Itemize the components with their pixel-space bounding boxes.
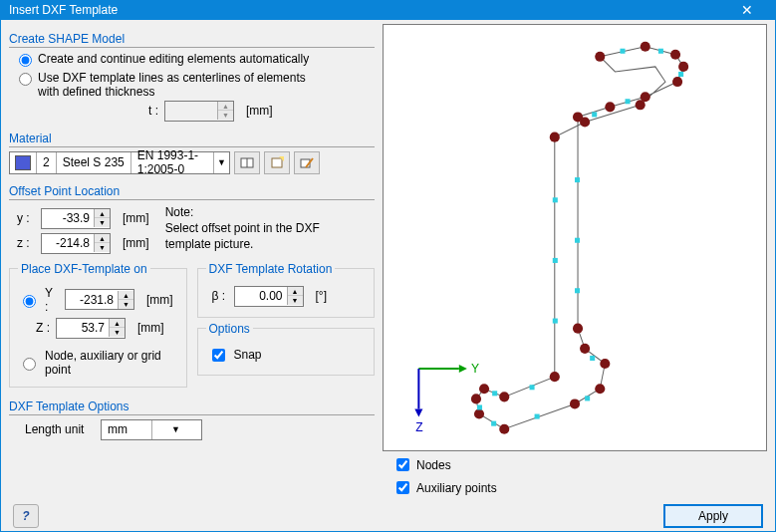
close-icon[interactable]: ✕: [727, 2, 767, 18]
shape-radio-auto-label: Create and continue editing elements aut…: [38, 52, 309, 66]
aux-points-label: Auxiliary points: [416, 481, 497, 495]
shape-radio-centerline[interactable]: [19, 73, 32, 86]
svg-point-24: [474, 408, 484, 418]
apply-button[interactable]: Apply: [663, 504, 763, 528]
svg-rect-49: [530, 385, 535, 390]
svg-rect-46: [491, 421, 496, 426]
svg-rect-34: [678, 72, 683, 77]
place-Y-spinner[interactable]: ▲▼: [65, 289, 134, 310]
snap-checkbox[interactable]: [212, 349, 225, 362]
svg-point-27: [499, 392, 509, 401]
svg-rect-42: [553, 318, 558, 323]
svg-point-14: [672, 77, 682, 87]
svg-rect-38: [575, 238, 580, 243]
place-Y-label: Y :: [45, 286, 59, 314]
place-Z-spinner[interactable]: ▲▼: [56, 318, 126, 339]
svg-point-10: [595, 52, 605, 62]
material-group-header: Material: [9, 132, 375, 147]
material-new-button[interactable]: [264, 151, 290, 174]
offset-z-label: z :: [17, 236, 35, 250]
window-title: Insert DXF Template: [9, 3, 118, 17]
svg-marker-9: [414, 408, 422, 416]
length-unit-value: mm: [102, 422, 151, 436]
material-library-button[interactable]: [234, 151, 260, 174]
offset-y-unit: [mm]: [123, 211, 149, 225]
offset-note-header: Note:: [165, 204, 335, 220]
material-name: Steel S 235: [57, 152, 131, 173]
svg-rect-36: [592, 112, 597, 117]
rotation-beta-input[interactable]: [235, 287, 287, 306]
dxfopt-group-header: DXF Template Options: [9, 399, 375, 415]
offset-z-input[interactable]: [42, 234, 94, 253]
svg-point-22: [570, 399, 580, 408]
place-Z-input[interactable]: [57, 319, 109, 338]
svg-point-11: [641, 42, 650, 52]
place-yz-radio[interactable]: [23, 295, 36, 308]
dxf-preview[interactable]: Y Z: [383, 24, 767, 451]
svg-point-18: [573, 323, 583, 333]
svg-point-25: [471, 394, 481, 403]
nodes-checkbox[interactable]: [396, 458, 409, 471]
svg-rect-48: [492, 391, 497, 396]
place-node-radio[interactable]: [23, 358, 36, 371]
rotation-beta-label: β :: [212, 289, 228, 303]
thickness-input: [165, 102, 217, 121]
length-unit-dropdown-icon[interactable]: ▼: [151, 420, 201, 439]
svg-point-21: [595, 384, 605, 394]
thickness-unit: [mm]: [246, 104, 273, 118]
svg-point-29: [550, 132, 560, 141]
place-Y-input[interactable]: [66, 290, 118, 309]
offset-y-label: y :: [17, 211, 35, 225]
svg-point-23: [499, 424, 509, 434]
svg-rect-47: [477, 404, 482, 409]
y-axis-label: Y: [471, 362, 479, 376]
length-unit-label: Length unit: [25, 422, 95, 436]
svg-rect-43: [590, 356, 595, 361]
options-group-header: Options: [206, 322, 253, 336]
svg-point-16: [605, 102, 615, 112]
svg-point-20: [600, 359, 610, 369]
material-edit-button[interactable]: [294, 151, 320, 174]
svg-point-28: [550, 372, 560, 382]
material-select[interactable]: 2 Steel S 235 EN 1993-1-1:2005-0 ▼: [9, 151, 230, 174]
material-standard: EN 1993-1-1:2005-0: [131, 152, 213, 173]
svg-rect-44: [585, 396, 590, 400]
svg-rect-40: [553, 197, 558, 202]
aux-points-checkbox[interactable]: [396, 481, 409, 494]
snap-label: Snap: [234, 348, 262, 362]
length-unit-select[interactable]: mm ▼: [101, 419, 202, 440]
svg-point-19: [580, 344, 590, 354]
shape-radio-auto[interactable]: [19, 54, 32, 67]
svg-point-13: [678, 62, 688, 72]
place-Y-unit: [mm]: [146, 293, 173, 307]
z-axis-label: Z: [415, 420, 423, 434]
svg-point-26: [479, 384, 489, 394]
place-Z-unit: [mm]: [137, 321, 164, 335]
place-node-label: Node, auxiliary or grid point: [45, 349, 178, 377]
shape-radio-centerline-label: Use DXF template lines as centerlines of…: [38, 71, 317, 99]
offset-z-unit: [mm]: [123, 236, 149, 250]
svg-rect-37: [575, 177, 580, 182]
offset-group-header: Offset Point Location: [9, 184, 375, 200]
svg-point-30: [580, 117, 590, 127]
svg-point-12: [670, 50, 680, 60]
rotation-beta-spinner[interactable]: ▲▼: [234, 286, 304, 307]
material-dropdown-icon[interactable]: ▼: [213, 152, 229, 173]
place-Z-label: Z :: [36, 321, 50, 335]
shape-group-header: Create SHAPE Model: [9, 32, 375, 48]
svg-rect-33: [658, 49, 663, 54]
svg-rect-41: [553, 258, 558, 263]
svg-point-31: [636, 100, 646, 110]
title-bar: Insert DXF Template ✕: [1, 1, 775, 20]
svg-marker-7: [459, 365, 467, 373]
help-button[interactable]: ?: [13, 504, 39, 528]
offset-y-input[interactable]: [42, 209, 94, 228]
offset-y-spinner[interactable]: ▲▼: [41, 208, 111, 229]
material-color-swatch: [15, 155, 31, 170]
svg-rect-45: [535, 413, 540, 418]
offset-z-spinner[interactable]: ▲▼: [41, 233, 111, 254]
svg-rect-39: [575, 288, 580, 293]
rotation-group-header: DXF Template Rotation: [206, 262, 336, 276]
svg-rect-2: [272, 158, 282, 167]
svg-rect-35: [626, 99, 631, 104]
